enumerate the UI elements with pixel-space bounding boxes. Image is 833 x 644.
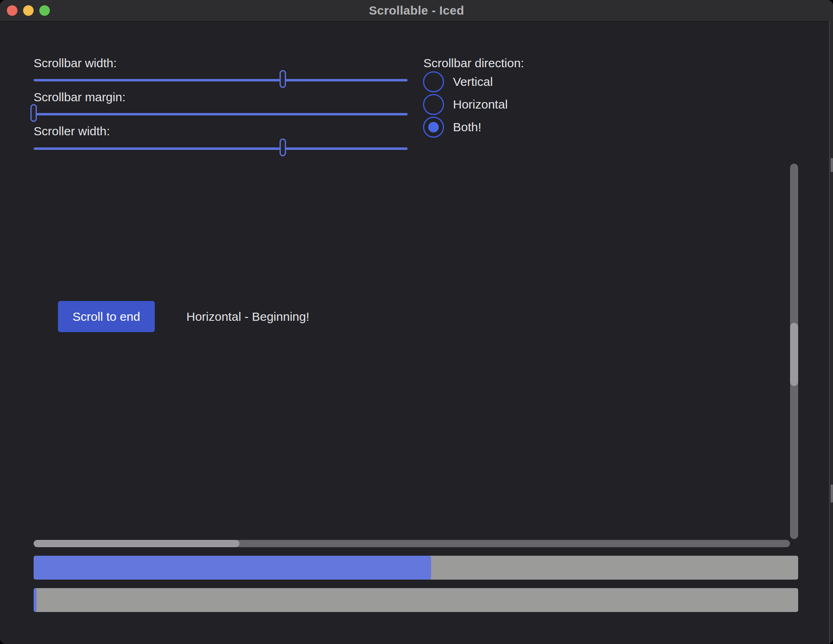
radio-group-label: Scrollbar direction: [423, 55, 524, 71]
horizontal-scrollbar-thumb[interactable] [34, 540, 239, 547]
radio-horizontal-label[interactable]: Horizontal [453, 94, 508, 115]
app-window: Scrollable - Iced Scrollbar width: Scrol… [0, 0, 833, 644]
scroll-to-end-button[interactable]: Scroll to end [58, 301, 155, 332]
title-bar: Scrollable - Iced [0, 0, 833, 22]
radio-selected-dot [428, 122, 439, 132]
scroller-width-slider-handle[interactable] [280, 139, 286, 156]
radio-both-label[interactable]: Both! [453, 117, 481, 138]
scrollbar-width-slider-handle[interactable] [280, 70, 286, 88]
window-title: Scrollable - Iced [369, 4, 464, 17]
vertical-progress-fill [34, 588, 36, 612]
scrollbar-margin-slider[interactable] [34, 113, 408, 115]
vertical-progress-bar [34, 588, 798, 612]
slider-label-scrollbar-width: Scrollbar width: [34, 55, 117, 71]
scroll-status-text: Horizontal - Beginning! [186, 301, 310, 332]
scroller-width-slider[interactable] [34, 147, 408, 150]
outer-scrollbar-segment [831, 158, 833, 172]
close-button[interactable] [7, 5, 17, 16]
traffic-lights [0, 0, 50, 21]
slider-label-scrollbar-margin: Scrollbar margin: [34, 89, 126, 105]
horizontal-progress-fill [34, 556, 431, 580]
zoom-button[interactable] [39, 5, 50, 16]
radio-vertical-label[interactable]: Vertical [453, 71, 493, 92]
radio-horizontal[interactable] [423, 94, 444, 115]
minimize-button[interactable] [23, 5, 34, 16]
scrollbar-margin-slider-handle[interactable] [30, 104, 37, 122]
vertical-scrollbar-rail[interactable] [790, 164, 798, 539]
horizontal-scrollbar-rail[interactable] [34, 540, 790, 547]
slider-label-scroller-width: Scroller width: [34, 123, 110, 139]
outer-scrollbar-segment [831, 484, 833, 503]
window-right-edge [830, 21, 833, 644]
horizontal-progress-bar [34, 556, 798, 580]
vertical-scrollbar-thumb[interactable] [790, 323, 798, 386]
radio-vertical[interactable] [423, 71, 444, 92]
radio-both[interactable] [423, 117, 444, 138]
window-right-border [829, 21, 830, 644]
scrollbar-width-slider[interactable] [34, 79, 408, 81]
